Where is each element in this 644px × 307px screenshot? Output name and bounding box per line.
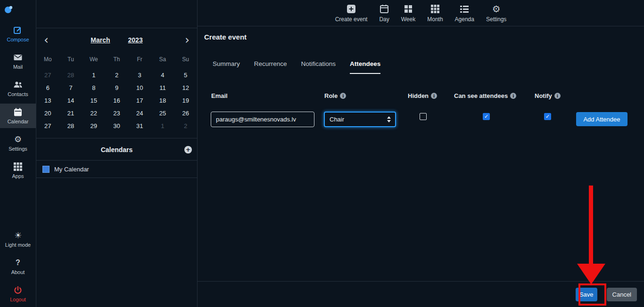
calendar-day[interactable]: 28 [59, 69, 83, 81]
sidebar-item-label: Logout [10, 297, 26, 302]
calendar-day[interactable]: 1 [151, 120, 174, 132]
notify-checkbox[interactable]: ✓ [544, 113, 551, 120]
attendee-role-select[interactable]: Chair [324, 112, 396, 127]
can-see-attendees-checkbox[interactable]: ✓ [483, 113, 490, 120]
next-month-button[interactable]: › [180, 28, 194, 52]
gear-icon: ⚙ [14, 135, 22, 144]
check-icon: ✓ [484, 114, 488, 119]
sidebar-item-logout[interactable]: Logout [0, 282, 36, 306]
mail-icon [13, 53, 23, 62]
calendar-day[interactable]: 17 [128, 94, 151, 107]
calendar-day[interactable]: 2 [105, 69, 128, 81]
calendar-day[interactable]: 29 [82, 120, 105, 132]
calendar-day[interactable]: 30 [105, 120, 128, 132]
dialog-footer: Save Cancel [198, 281, 644, 307]
calendar-day[interactable]: 15 [82, 94, 105, 107]
month-year-titles: March 2023 [55, 28, 178, 52]
calendar-day[interactable]: 23 [105, 107, 128, 120]
sidebar-item-apps[interactable]: Apps [0, 158, 36, 183]
toolbar-label: Day [379, 16, 389, 23]
apps-grid-icon [14, 162, 22, 171]
toolbar-week-view[interactable]: Week [401, 4, 415, 23]
weekday-label: We [82, 53, 105, 66]
calendar-day[interactable]: 7 [59, 81, 83, 94]
info-icon[interactable]: i [554, 93, 561, 99]
calendar-day[interactable]: 28 [59, 120, 83, 132]
weekday-row: MoTuWeThFrSaSu [36, 53, 197, 66]
calendar-day[interactable]: 11 [151, 81, 174, 94]
calendar-icon [13, 107, 23, 117]
save-button[interactable]: Save [576, 288, 597, 301]
sidebar-item-label: Calendar [8, 119, 29, 124]
logo-icon [4, 4, 14, 15]
sidebar-item-settings[interactable]: ⚙ Settings [0, 131, 36, 155]
calendar-day[interactable]: 8 [82, 81, 105, 94]
year-label[interactable]: 2023 [128, 36, 143, 44]
month-view-icon [431, 4, 439, 14]
calendar-day[interactable]: 9 [105, 81, 128, 94]
sidebar-item-calendar[interactable]: Calendar [0, 104, 36, 128]
sidebar-item-label: About [11, 269, 25, 275]
calendar-color-swatch [42, 166, 50, 173]
calendars-section-header: Calendars + [36, 138, 197, 161]
sidebar-item-light-mode[interactable]: ☀ Light mode [0, 227, 36, 251]
calendar-day[interactable]: 2 [174, 120, 197, 132]
calendar-day[interactable]: 14 [59, 94, 83, 107]
info-icon[interactable]: i [431, 93, 437, 99]
add-attendee-button[interactable]: Add Attendee [576, 112, 627, 126]
calendar-list-item[interactable]: My Calendar [36, 161, 197, 178]
tab-attendees[interactable]: Attendees [350, 60, 380, 74]
calendar-day[interactable]: 25 [151, 107, 174, 120]
calendar-day[interactable]: 19 [174, 94, 197, 107]
calendar-day[interactable]: 18 [151, 94, 174, 107]
toolbar-agenda-view[interactable]: Agenda [455, 4, 474, 23]
sidebar-item-compose[interactable]: Compose [0, 22, 36, 46]
column-header-email: Email [211, 92, 228, 99]
sidebar-item-label: Mail [13, 64, 23, 70]
sidebar-item-label: Compose [7, 37, 29, 42]
calendar-day[interactable]: 16 [105, 94, 128, 107]
calendar-day[interactable]: 3 [128, 69, 151, 81]
sidebar-item-mail[interactable]: Mail [0, 49, 36, 73]
weekday-label: Th [105, 53, 128, 66]
add-calendar-button[interactable]: + [184, 146, 192, 154]
tab-recurrence[interactable]: Recurrence [254, 60, 287, 74]
hidden-checkbox[interactable] [420, 113, 427, 120]
calendar-day[interactable]: 21 [59, 107, 83, 120]
calendar-day[interactable]: 27 [36, 69, 59, 81]
calendar-day[interactable]: 4 [151, 69, 174, 81]
tab-summary[interactable]: Summary [213, 60, 240, 74]
day-view-icon [380, 4, 388, 14]
toolbar-day-view[interactable]: Day [379, 4, 389, 23]
calendar-day[interactable]: 27 [36, 120, 59, 132]
month-label[interactable]: March [91, 36, 110, 44]
cancel-button[interactable]: Cancel [607, 288, 637, 301]
calendar-day[interactable]: 1 [82, 69, 105, 81]
toolbar-month-view[interactable]: Month [427, 4, 443, 23]
calendar-day[interactable]: 5 [174, 69, 197, 81]
toolbar-create-event[interactable]: Create event [335, 4, 368, 23]
calendar-day[interactable]: 12 [174, 81, 197, 94]
sidebar: Compose Mail Contacts Calendar ⚙ Setting… [0, 0, 36, 307]
prev-month-button[interactable]: ‹ [39, 28, 53, 52]
calendar-day[interactable]: 31 [128, 120, 151, 132]
sidebar-item-contacts[interactable]: Contacts [0, 76, 36, 101]
sidebar-item-label: Light mode [5, 242, 31, 248]
weekday-label: Mo [36, 53, 59, 66]
info-icon[interactable]: i [510, 93, 516, 99]
column-label: Email [211, 92, 228, 99]
sidebar-item-about[interactable]: ? About [0, 254, 36, 279]
info-icon[interactable]: i [340, 93, 346, 99]
calendar-day[interactable]: 10 [128, 81, 151, 94]
toolbar-label: Agenda [455, 16, 474, 23]
calendar-day[interactable]: 22 [82, 107, 105, 120]
attendee-email-input[interactable] [211, 112, 314, 127]
calendar-day[interactable]: 13 [36, 94, 59, 107]
calendar-day[interactable]: 26 [174, 107, 197, 120]
toolbar-settings[interactable]: ⚙ Settings [486, 4, 506, 23]
tab-notifications[interactable]: Notifications [301, 60, 336, 74]
calendar-day[interactable]: 6 [36, 81, 59, 94]
calendar-day[interactable]: 24 [128, 107, 151, 120]
selected-role-value: Chair [330, 116, 344, 123]
calendar-day[interactable]: 20 [36, 107, 59, 120]
